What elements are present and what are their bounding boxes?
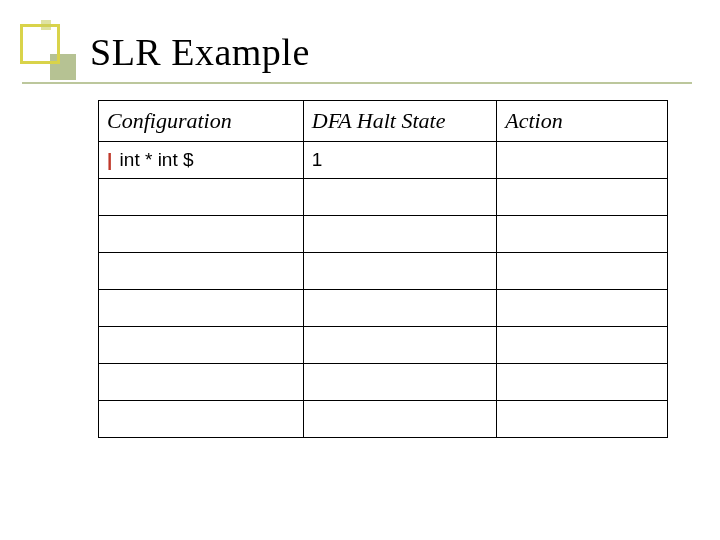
cell-halt	[303, 327, 496, 364]
cell-configuration	[99, 327, 304, 364]
cell-action	[497, 364, 668, 401]
cell-halt	[303, 216, 496, 253]
table-row: | int * int $ 1	[99, 142, 668, 179]
cell-configuration	[99, 364, 304, 401]
cursor-bar	[107, 186, 109, 207]
cursor-bar	[107, 371, 109, 392]
cell-configuration	[99, 253, 304, 290]
cell-configuration	[99, 216, 304, 253]
cell-action	[497, 216, 668, 253]
cell-configuration	[99, 290, 304, 327]
table-row	[99, 401, 668, 438]
title-underline	[22, 82, 692, 84]
decor-square-outline	[20, 24, 60, 64]
cell-config-text: int * int $	[114, 149, 193, 170]
page-title: SLR Example	[90, 30, 310, 74]
cursor-bar	[107, 297, 109, 318]
table-row	[99, 179, 668, 216]
cell-halt	[303, 290, 496, 327]
col-header-halt-state: DFA Halt State	[303, 101, 496, 142]
cell-action	[497, 179, 668, 216]
cursor-bar	[107, 334, 109, 355]
slr-table: Configuration DFA Halt State Action | in…	[98, 100, 668, 438]
cell-action	[497, 327, 668, 364]
cell-halt	[303, 253, 496, 290]
slide: SLR Example Configuration DFA Halt State…	[0, 0, 720, 540]
table-header-row: Configuration DFA Halt State Action	[99, 101, 668, 142]
cell-action	[497, 290, 668, 327]
col-header-action: Action	[497, 101, 668, 142]
col-header-configuration: Configuration	[99, 101, 304, 142]
parse-table: Configuration DFA Halt State Action | in…	[98, 100, 668, 438]
table-row	[99, 364, 668, 401]
cell-action	[497, 401, 668, 438]
cell-configuration	[99, 179, 304, 216]
cell-halt: 1	[303, 142, 496, 179]
cell-halt	[303, 179, 496, 216]
cell-action	[497, 253, 668, 290]
table-row	[99, 290, 668, 327]
cursor-bar	[107, 260, 109, 281]
cursor-bar	[107, 408, 109, 429]
cell-halt	[303, 364, 496, 401]
cell-halt	[303, 401, 496, 438]
cursor-bar	[107, 223, 109, 244]
table-row	[99, 327, 668, 364]
cell-configuration: | int * int $	[99, 142, 304, 179]
cell-action	[497, 142, 668, 179]
table-row	[99, 253, 668, 290]
cell-configuration	[99, 401, 304, 438]
decor-square-accent	[41, 20, 51, 30]
table-row	[99, 216, 668, 253]
